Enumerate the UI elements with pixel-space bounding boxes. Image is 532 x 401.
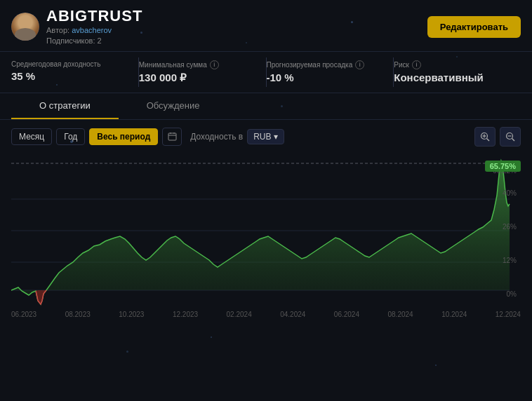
avatar bbox=[11, 13, 39, 41]
header-left: ABIGTRUST Автор: avbacherov Подписчиков:… bbox=[11, 7, 142, 47]
zoom-in-button[interactable] bbox=[474, 127, 496, 147]
chevron-down-icon: ▾ bbox=[274, 132, 278, 142]
tab-discussion[interactable]: Обсуждение bbox=[119, 93, 228, 119]
controls-bar: Месяц Год Весь период Доходность в RUB ▾ bbox=[0, 120, 532, 154]
calendar-icon bbox=[168, 132, 177, 141]
tabs: О стратегии Обсуждение bbox=[0, 93, 532, 120]
stat-drawdown-label: Прогнозируемая просадка i bbox=[267, 60, 385, 69]
header: ABIGTRUST Автор: avbacherov Подписчиков:… bbox=[0, 0, 532, 52]
currency-select[interactable]: RUB ▾ bbox=[247, 129, 284, 144]
svg-rect-0 bbox=[168, 133, 176, 140]
min-amount-info-icon[interactable]: i bbox=[210, 60, 219, 69]
y-label-40: 40% bbox=[503, 189, 517, 197]
edit-button[interactable]: Редактировать bbox=[427, 16, 521, 38]
y-label-26: 26% bbox=[503, 223, 517, 231]
x-label-2: 10.2023 bbox=[119, 311, 144, 318]
tab-strategy[interactable]: О стратегии bbox=[11, 93, 119, 119]
x-label-6: 06.2024 bbox=[334, 311, 359, 318]
zoom-out-button[interactable] bbox=[500, 127, 521, 147]
x-label-0: 06.2023 bbox=[11, 311, 36, 318]
stats-bar: Среднегодовая доходность 35 % Минимальна… bbox=[0, 52, 532, 93]
svg-line-9 bbox=[512, 138, 515, 141]
stat-annual-return-value: 35 % bbox=[11, 70, 130, 82]
stat-risk: Риск i Консервативный bbox=[394, 57, 521, 87]
title-area: ABIGTRUST Автор: avbacherov Подписчиков:… bbox=[46, 7, 142, 47]
drawdown-info-icon[interactable]: i bbox=[355, 60, 364, 69]
subscribers-label: Подписчиков: bbox=[46, 36, 95, 45]
author-label: Автор: bbox=[46, 26, 69, 34]
income-label: Доходность в bbox=[190, 132, 243, 142]
x-label-7: 08.2024 bbox=[387, 311, 413, 318]
stat-drawdown-value: -10 % bbox=[267, 72, 385, 83]
strategy-title: ABIGTRUST bbox=[46, 7, 142, 25]
currency-value: RUB bbox=[253, 132, 271, 142]
x-label-9: 12.2024 bbox=[496, 311, 521, 318]
risk-info-icon[interactable]: i bbox=[412, 60, 421, 69]
period-all-button[interactable]: Весь период bbox=[89, 128, 158, 145]
y-label-12: 12% bbox=[503, 257, 517, 264]
author-link[interactable]: avbacherov bbox=[72, 26, 112, 34]
x-label-1: 08.2023 bbox=[65, 311, 91, 318]
zoom-out-icon bbox=[505, 132, 515, 142]
x-label-3: 12.2023 bbox=[173, 311, 198, 318]
y-label-0: 0% bbox=[507, 290, 517, 298]
stat-drawdown: Прогнозируемая просадка i -10 % bbox=[267, 57, 394, 87]
stat-annual-return: Среднегодовая доходность 35 % bbox=[11, 57, 139, 87]
x-label-5: 04.2024 bbox=[280, 311, 305, 318]
chart-area: 68.22% 40% 26% 12% 0% 65.75% bbox=[11, 154, 521, 308]
subscribers-count: 2 bbox=[98, 36, 102, 45]
stat-min-amount-value: 130 000 ₽ bbox=[139, 72, 258, 84]
period-month-button[interactable]: Месяц bbox=[11, 128, 52, 145]
stat-risk-value: Консервативный bbox=[394, 72, 512, 83]
x-axis: 06.2023 08.2023 10.2023 12.2023 02.2024 … bbox=[0, 308, 532, 318]
zoom-in-icon bbox=[480, 132, 490, 142]
svg-line-5 bbox=[487, 138, 490, 141]
stat-risk-label: Риск i bbox=[394, 60, 512, 69]
author-info: Автор: avbacherov Подписчиков: 2 bbox=[46, 25, 142, 47]
stat-min-amount: Минимальная сумма i 130 000 ₽ bbox=[139, 57, 267, 87]
stat-annual-return-label: Среднегодовая доходность bbox=[11, 60, 130, 68]
current-value-badge: 65.75% bbox=[485, 161, 521, 172]
x-label-4: 02.2024 bbox=[227, 311, 252, 318]
chart-svg bbox=[11, 154, 521, 308]
stat-min-amount-label: Минимальная сумма i bbox=[139, 60, 258, 69]
calendar-button[interactable] bbox=[162, 128, 182, 146]
x-label-8: 10.2024 bbox=[441, 311, 467, 318]
